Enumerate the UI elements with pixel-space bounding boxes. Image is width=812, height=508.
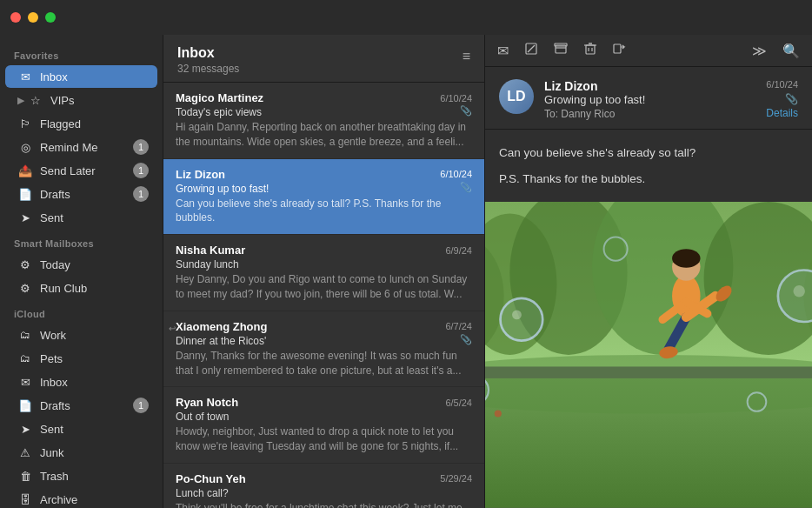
preview-3: Hey Danny, Do you and Rigo want to come …: [176, 272, 472, 302]
sidebar-item-trash[interactable]: 🗑 Trash: [5, 465, 157, 487]
maximize-button[interactable]: [45, 12, 56, 23]
date-6: 5/29/24: [440, 473, 472, 484]
sidebar-item-run-club[interactable]: ⚙ Run Club: [5, 277, 157, 299]
svg-point-43: [793, 285, 805, 297]
detail-toolbar: ✉: [485, 35, 812, 67]
email-image-inner: [485, 202, 812, 508]
sidebar-item-today[interactable]: ⚙ Today: [5, 253, 157, 276]
message-item-4[interactable]: Xiaomeng Zhong 6/7/24 Dinner at the Rico…: [163, 311, 484, 388]
body-line-1: Can you believe she's already so tall?: [499, 144, 798, 163]
icloud-section-label: iCloud: [0, 300, 163, 323]
avatar-initials: LD: [507, 89, 525, 104]
date-5: 6/5/24: [445, 398, 472, 408]
icloud-inbox-icon: ✉: [17, 374, 33, 390]
to-recipient: Danny Rico: [561, 108, 615, 120]
sidebar-item-icloud-drafts-label: Drafts: [40, 399, 133, 412]
sidebar-item-flagged-label: Flagged: [40, 117, 149, 130]
email-subject: Growing up too fast!: [544, 93, 755, 106]
sidebar-item-icloud-sent[interactable]: ➤ Sent: [5, 418, 157, 440]
sent-icon: ➤: [17, 210, 33, 225]
subject-3: Sunday lunch: [176, 258, 472, 271]
app-container: Favorites ✉ Inbox ▶ ☆ VIPs 🏳 Flagged ◎ R…: [0, 0, 812, 508]
sidebar-item-remind-me[interactable]: ◎ Remind Me 1: [5, 136, 157, 158]
sidebar-item-pets-label: Pets: [40, 352, 149, 365]
subject-4: Dinner at the Ricos': [176, 335, 472, 347]
sidebar-item-inbox-label: Inbox: [40, 70, 149, 84]
sidebar-item-pets[interactable]: 🗂 Pets: [5, 347, 157, 370]
list-header: Inbox 32 messages ≡: [163, 35, 484, 83]
svg-point-25: [672, 249, 700, 268]
svg-rect-10: [614, 44, 621, 53]
svg-point-33: [501, 298, 543, 341]
sidebar-item-archive[interactable]: 🗄 Archive: [5, 488, 157, 508]
drafts-badge: 1: [133, 186, 149, 202]
sidebar-item-sent-label: Sent: [40, 211, 149, 224]
sidebar-item-drafts[interactable]: 📄 Drafts 1: [5, 183, 157, 205]
sidebar-item-flagged[interactable]: 🏳 Flagged: [5, 112, 157, 135]
svg-line-1: [528, 45, 535, 52]
sidebar-item-today-label: Today: [40, 258, 149, 271]
svg-point-22: [495, 411, 502, 418]
sidebar-item-icloud-drafts[interactable]: 📄 Drafts 1: [5, 394, 157, 417]
reply-icon[interactable]: ✉: [497, 43, 509, 59]
vips-icon: ☆: [28, 92, 43, 108]
sidebar-item-inbox[interactable]: ✉ Inbox: [5, 65, 157, 88]
send-later-icon: 📤: [17, 163, 33, 178]
sender-1: Magico Martinez: [176, 91, 263, 104]
delete-icon[interactable]: [583, 42, 597, 59]
message-item-6[interactable]: Po-Chun Yeh 5/29/24 Lunch call? Think yo…: [163, 464, 484, 508]
minimize-button[interactable]: [28, 12, 38, 23]
sidebar-item-icloud-inbox[interactable]: ✉ Inbox: [5, 371, 157, 393]
email-date-area: 6/10/24 📎 Details: [766, 79, 798, 119]
inbox-title: Inbox: [177, 45, 239, 61]
attach-icon-2: 📎: [460, 182, 472, 193]
move-icon[interactable]: [613, 42, 627, 59]
drafts-icon: 📄: [17, 186, 33, 202]
preview-2: Can you believe she's already so tall? P…: [176, 197, 472, 226]
sidebar-item-icloud-sent-label: Sent: [40, 423, 149, 436]
attach-icon-4: 📎: [460, 334, 472, 345]
close-button[interactable]: [10, 12, 21, 23]
sidebar-item-sent[interactable]: ➤ Sent: [5, 206, 157, 229]
sidebar-item-junk-label: Junk: [40, 446, 149, 459]
sidebar-item-send-later[interactable]: 📤 Send Later 1: [5, 159, 157, 182]
vips-disclosure-icon: ▶: [17, 95, 24, 106]
today-icon: ⚙: [17, 257, 33, 272]
sidebar: Favorites ✉ Inbox ▶ ☆ VIPs 🏳 Flagged ◎ R…: [0, 35, 163, 508]
date-1: 6/10/24: [440, 93, 472, 104]
detail-panel: ✉: [485, 35, 812, 508]
to-label: To:: [544, 108, 561, 120]
sidebar-item-trash-label: Trash: [40, 470, 149, 483]
email-photo-svg: [485, 202, 812, 508]
message-item-1[interactable]: Magico Martinez 6/10/24 Today's epic vie…: [163, 83, 484, 159]
compose-icon[interactable]: [524, 42, 538, 59]
sender-3: Nisha Kumar: [176, 244, 245, 257]
message-list: Inbox 32 messages ≡ Magico Martinez 6/10…: [163, 35, 485, 508]
svg-point-19: [485, 355, 812, 414]
sender-avatar: LD: [499, 79, 534, 114]
date-2: 6/10/24: [440, 169, 472, 179]
sender-4: Xiaomeng Zhong: [176, 320, 267, 333]
sidebar-item-archive-label: Archive: [40, 493, 149, 506]
remind-me-badge: 1: [133, 139, 149, 155]
message-item-3[interactable]: Nisha Kumar 6/9/24 Sunday lunch Hey Dann…: [163, 235, 484, 311]
email-date: 6/10/24: [766, 79, 798, 90]
preview-1: Hi again Danny, Reporting back on anothe…: [176, 120, 472, 150]
message-item-5[interactable]: Ryan Notch 6/5/24 Out of town Howdy, nei…: [163, 387, 484, 464]
junk-icon: ⚠: [17, 444, 33, 460]
replied-icon-4: ↩: [169, 324, 176, 333]
smart-mailboxes-section-label: Smart Mailboxes: [0, 230, 163, 252]
sidebar-item-junk[interactable]: ⚠ Junk: [5, 441, 157, 464]
message-item-2[interactable]: Liz Dizon 6/10/24 Growing up too fast! C…: [163, 159, 484, 236]
archive-toolbar-icon[interactable]: [554, 42, 568, 59]
more-icon[interactable]: ≫: [752, 43, 767, 59]
email-sender: Liz Dizon: [544, 79, 755, 93]
sidebar-item-work[interactable]: 🗂 Work: [5, 324, 157, 346]
preview-6: Think you'll be free for a lunchtime cha…: [176, 501, 472, 508]
details-link[interactable]: Details: [766, 107, 798, 119]
sidebar-item-vips[interactable]: ▶ ☆ VIPs: [5, 89, 157, 111]
filter-icon[interactable]: ≡: [463, 49, 470, 64]
search-icon[interactable]: 🔍: [782, 43, 800, 59]
icloud-sent-icon: ➤: [17, 421, 33, 437]
message-count: 32 messages: [177, 63, 239, 75]
